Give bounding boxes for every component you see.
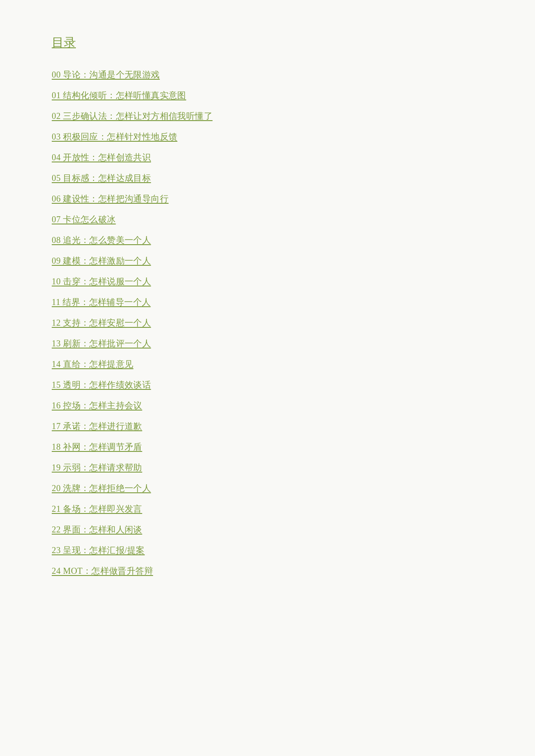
toc-item: 17 承诺：怎样进行道歉	[52, 420, 483, 432]
toc-item: 03 积极回应：怎样针对性地反馈	[52, 130, 483, 143]
toc-link-item-20[interactable]: 20 洗牌：怎样拒绝一个人	[52, 483, 151, 493]
toc-link-item-03[interactable]: 03 积极回应：怎样针对性地反馈	[52, 132, 177, 141]
toc-item: 20 洗牌：怎样拒绝一个人	[52, 482, 483, 495]
toc-link-item-09[interactable]: 09 建模：怎样激励一个人	[52, 256, 151, 265]
toc-link-item-24[interactable]: 24 MOT：怎样做晋升答辩	[52, 566, 153, 576]
toc-link-item-08[interactable]: 08 追光：怎么赞美一个人	[52, 235, 151, 245]
toc-item: 01 结构化倾听：怎样听懂真实意图	[52, 89, 483, 102]
toc-item: 05 目标感：怎样达成目标	[52, 171, 483, 184]
toc-link-item-07[interactable]: 07 卡位怎么破冰	[52, 215, 116, 224]
toc-link-item-15[interactable]: 15 透明：怎样作绩效谈话	[52, 380, 151, 389]
toc-link-item-10[interactable]: 10 击穿：怎样说服一个人	[52, 277, 151, 286]
toc-link-item-13[interactable]: 13 刷新：怎样批评一个人	[52, 339, 151, 348]
toc-link-item-14[interactable]: 14 直给：怎样提意见	[52, 359, 133, 369]
toc-link-item-11[interactable]: 11 结界：怎样辅导一个人	[52, 297, 150, 307]
toc-link-item-04[interactable]: 04 开放性：怎样创造共识	[52, 152, 151, 162]
toc-item: 04 开放性：怎样创造共识	[52, 151, 483, 164]
toc-item: 10 击穿：怎样说服一个人	[52, 275, 483, 288]
toc-link-item-02[interactable]: 02 三步确认法：怎样让对方相信我听懂了	[52, 111, 213, 121]
toc-item: 21 备场：怎样即兴发言	[52, 502, 483, 515]
toc-link-item-19[interactable]: 19 示弱：怎样请求帮助	[52, 463, 142, 472]
toc-link-item-21[interactable]: 21 备场：怎样即兴发言	[52, 504, 142, 513]
toc-item: 13 刷新：怎样批评一个人	[52, 337, 483, 350]
toc-item: 18 补网：怎样调节矛盾	[52, 440, 483, 453]
toc-link-item-23[interactable]: 23 呈现：怎样汇报/提案	[52, 545, 145, 555]
toc-item: 19 示弱：怎样请求帮助	[52, 461, 483, 474]
toc-heading: 目录	[52, 34, 483, 51]
toc-item: 11 结界：怎样辅导一个人	[52, 296, 483, 308]
toc-link-item-00[interactable]: 00 导论：沟通是个无限游戏	[52, 70, 160, 79]
toc-item: 00 导论：沟通是个无限游戏	[52, 68, 483, 81]
toc-link-item-22[interactable]: 22 界面：怎样和人闲谈	[52, 525, 142, 534]
toc-link-item-17[interactable]: 17 承诺：怎样进行道歉	[52, 421, 142, 431]
toc-list: 00 导论：沟通是个无限游戏01 结构化倾听：怎样听懂真实意图02 三步确认法：…	[52, 68, 483, 577]
toc-item: 16 控场：怎样主持会议	[52, 399, 483, 412]
toc-link-item-01[interactable]: 01 结构化倾听：怎样听懂真实意图	[52, 90, 186, 100]
toc-item: 15 透明：怎样作绩效谈话	[52, 378, 483, 391]
toc-item: 09 建模：怎样激励一个人	[52, 254, 483, 267]
toc-link-item-05[interactable]: 05 目标感：怎样达成目标	[52, 173, 151, 183]
toc-link-item-06[interactable]: 06 建设性：怎样把沟通导向行	[52, 194, 169, 203]
toc-item: 07 卡位怎么破冰	[52, 213, 483, 226]
toc-link-item-16[interactable]: 16 控场：怎样主持会议	[52, 401, 142, 410]
toc-item: 14 直给：怎样提意见	[52, 358, 483, 370]
toc-item: 22 界面：怎样和人闲谈	[52, 523, 483, 536]
toc-link-item-12[interactable]: 12 支持：怎样安慰一个人	[52, 318, 151, 327]
toc-item: 06 建设性：怎样把沟通导向行	[52, 192, 483, 205]
toc-item: 23 呈现：怎样汇报/提案	[52, 544, 483, 557]
toc-item: 12 支持：怎样安慰一个人	[52, 316, 483, 329]
toc-item: 08 追光：怎么赞美一个人	[52, 233, 483, 246]
toc-item: 24 MOT：怎样做晋升答辩	[52, 564, 483, 577]
toc-item: 02 三步确认法：怎样让对方相信我听懂了	[52, 109, 483, 122]
toc-link-item-18[interactable]: 18 补网：怎样调节矛盾	[52, 442, 142, 451]
